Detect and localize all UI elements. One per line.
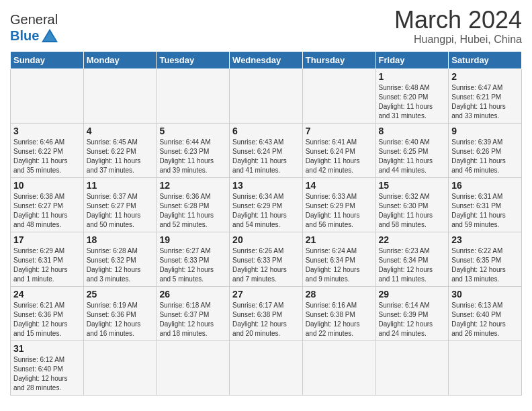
logo-icon — [40, 28, 59, 44]
day-info: Sunrise: 6:22 AM Sunset: 6:35 PM Dayligh… — [451, 246, 519, 284]
day-number: 3 — [13, 126, 81, 136]
calendar-cell — [11, 68, 84, 123]
location-title: Huangpi, Hubei, China — [394, 34, 522, 46]
day-info: Sunrise: 6:17 AM Sunset: 6:38 PM Dayligh… — [232, 301, 300, 338]
day-info: Sunrise: 6:36 AM Sunset: 6:28 PM Dayligh… — [159, 192, 226, 230]
day-number: 31 — [13, 343, 81, 354]
day-number: 20 — [232, 234, 300, 245]
calendar-cell — [157, 340, 230, 395]
calendar-cell: 19Sunrise: 6:27 AM Sunset: 6:33 PM Dayli… — [157, 232, 230, 286]
logo-blue: Blue — [10, 28, 39, 44]
calendar-cell: 28Sunrise: 6:16 AM Sunset: 6:38 PM Dayli… — [302, 286, 375, 340]
weekday-header: Tuesday — [157, 51, 230, 68]
day-info: Sunrise: 6:41 AM Sunset: 6:24 PM Dayligh… — [306, 138, 373, 175]
day-number: 23 — [451, 234, 519, 245]
day-info: Sunrise: 6:27 AM Sunset: 6:33 PM Dayligh… — [159, 246, 226, 284]
calendar-week-row: 17Sunrise: 6:29 AM Sunset: 6:31 PM Dayli… — [11, 232, 522, 286]
calendar-cell: 22Sunrise: 6:23 AM Sunset: 6:34 PM Dayli… — [375, 232, 449, 286]
day-number: 9 — [451, 126, 519, 136]
page-header: General Blue March 2024 Huangpi, Hubei, … — [10, 7, 522, 46]
calendar-cell: 26Sunrise: 6:18 AM Sunset: 6:37 PM Dayli… — [157, 286, 230, 340]
day-number: 8 — [379, 126, 446, 136]
day-number: 11 — [87, 180, 154, 191]
calendar-cell: 9Sunrise: 6:39 AM Sunset: 6:26 PM Daylig… — [449, 123, 522, 177]
day-info: Sunrise: 6:26 AM Sunset: 6:33 PM Dayligh… — [232, 246, 300, 284]
calendar-cell: 6Sunrise: 6:43 AM Sunset: 6:24 PM Daylig… — [230, 123, 303, 177]
weekday-header: Wednesday — [230, 51, 303, 68]
logo: General Blue — [10, 12, 59, 44]
calendar-cell: 16Sunrise: 6:31 AM Sunset: 6:31 PM Dayli… — [449, 177, 522, 232]
day-number: 4 — [87, 126, 154, 136]
calendar-cell: 14Sunrise: 6:33 AM Sunset: 6:29 PM Dayli… — [302, 177, 375, 232]
calendar-cell: 3Sunrise: 6:46 AM Sunset: 6:22 PM Daylig… — [11, 123, 84, 177]
day-number: 1 — [379, 71, 446, 82]
day-info: Sunrise: 6:24 AM Sunset: 6:34 PM Dayligh… — [306, 246, 373, 284]
day-number: 24 — [13, 289, 81, 300]
day-number: 17 — [13, 234, 81, 245]
day-number: 22 — [379, 234, 446, 245]
calendar-table: SundayMondayTuesdayWednesdayThursdayFrid… — [10, 51, 522, 396]
day-info: Sunrise: 6:45 AM Sunset: 6:22 PM Dayligh… — [87, 138, 154, 175]
calendar-cell: 23Sunrise: 6:22 AM Sunset: 6:35 PM Dayli… — [449, 232, 522, 286]
day-number: 25 — [87, 289, 154, 300]
day-info: Sunrise: 6:14 AM Sunset: 6:39 PM Dayligh… — [379, 301, 446, 338]
calendar-week-row: 10Sunrise: 6:38 AM Sunset: 6:27 PM Dayli… — [11, 177, 522, 232]
calendar-cell: 24Sunrise: 6:21 AM Sunset: 6:36 PM Dayli… — [11, 286, 84, 340]
calendar-cell: 18Sunrise: 6:28 AM Sunset: 6:32 PM Dayli… — [83, 232, 157, 286]
day-number: 29 — [379, 289, 446, 300]
calendar-cell: 4Sunrise: 6:45 AM Sunset: 6:22 PM Daylig… — [83, 123, 157, 177]
calendar-cell — [375, 340, 449, 395]
calendar-cell — [230, 68, 303, 123]
calendar-cell: 17Sunrise: 6:29 AM Sunset: 6:31 PM Dayli… — [11, 232, 84, 286]
day-number: 26 — [159, 289, 226, 300]
weekday-header: Thursday — [302, 51, 375, 68]
calendar-cell: 27Sunrise: 6:17 AM Sunset: 6:38 PM Dayli… — [230, 286, 303, 340]
day-info: Sunrise: 6:31 AM Sunset: 6:31 PM Dayligh… — [451, 192, 519, 230]
day-info: Sunrise: 6:48 AM Sunset: 6:20 PM Dayligh… — [379, 83, 446, 121]
weekday-header: Monday — [83, 51, 157, 68]
weekday-header: Sunday — [11, 51, 84, 68]
day-number: 16 — [451, 180, 519, 191]
day-number: 13 — [232, 180, 300, 191]
calendar-cell: 25Sunrise: 6:19 AM Sunset: 6:36 PM Dayli… — [83, 286, 157, 340]
day-info: Sunrise: 6:39 AM Sunset: 6:26 PM Dayligh… — [451, 138, 519, 175]
calendar-cell: 10Sunrise: 6:38 AM Sunset: 6:27 PM Dayli… — [11, 177, 84, 232]
calendar-cell: 5Sunrise: 6:44 AM Sunset: 6:23 PM Daylig… — [157, 123, 230, 177]
day-number: 18 — [87, 234, 154, 245]
day-info: Sunrise: 6:40 AM Sunset: 6:25 PM Dayligh… — [379, 138, 446, 175]
day-info: Sunrise: 6:34 AM Sunset: 6:29 PM Dayligh… — [232, 192, 300, 230]
day-number: 12 — [159, 180, 226, 191]
calendar-cell — [157, 68, 230, 123]
day-info: Sunrise: 6:38 AM Sunset: 6:27 PM Dayligh… — [13, 192, 81, 230]
day-info: Sunrise: 6:23 AM Sunset: 6:34 PM Dayligh… — [379, 246, 446, 284]
day-number: 7 — [306, 126, 373, 136]
calendar-cell: 20Sunrise: 6:26 AM Sunset: 6:33 PM Dayli… — [230, 232, 303, 286]
day-info: Sunrise: 6:19 AM Sunset: 6:36 PM Dayligh… — [87, 301, 154, 338]
day-info: Sunrise: 6:43 AM Sunset: 6:24 PM Dayligh… — [232, 138, 300, 175]
calendar-week-row: 31Sunrise: 6:12 AM Sunset: 6:40 PM Dayli… — [11, 340, 522, 395]
day-number: 27 — [232, 289, 300, 300]
day-info: Sunrise: 6:33 AM Sunset: 6:29 PM Dayligh… — [306, 192, 373, 230]
calendar-cell: 31Sunrise: 6:12 AM Sunset: 6:40 PM Dayli… — [11, 340, 84, 395]
calendar-header-row: SundayMondayTuesdayWednesdayThursdayFrid… — [11, 51, 522, 68]
calendar-week-row: 1Sunrise: 6:48 AM Sunset: 6:20 PM Daylig… — [11, 68, 522, 123]
calendar-cell: 12Sunrise: 6:36 AM Sunset: 6:28 PM Dayli… — [157, 177, 230, 232]
calendar-cell: 8Sunrise: 6:40 AM Sunset: 6:25 PM Daylig… — [375, 123, 449, 177]
calendar-cell: 15Sunrise: 6:32 AM Sunset: 6:30 PM Dayli… — [375, 177, 449, 232]
title-block: March 2024 Huangpi, Hubei, China — [394, 7, 522, 46]
day-number: 5 — [159, 126, 226, 136]
weekday-header: Saturday — [449, 51, 522, 68]
day-number: 28 — [306, 289, 373, 300]
month-title: March 2024 — [394, 7, 522, 34]
day-info: Sunrise: 6:29 AM Sunset: 6:31 PM Dayligh… — [13, 246, 81, 284]
calendar-cell — [302, 340, 375, 395]
day-info: Sunrise: 6:44 AM Sunset: 6:23 PM Dayligh… — [159, 138, 226, 175]
day-info: Sunrise: 6:46 AM Sunset: 6:22 PM Dayligh… — [13, 138, 81, 175]
day-number: 14 — [306, 180, 373, 191]
day-number: 6 — [232, 126, 300, 136]
calendar-cell — [230, 340, 303, 395]
day-number: 2 — [451, 71, 519, 82]
day-info: Sunrise: 6:28 AM Sunset: 6:32 PM Dayligh… — [87, 246, 154, 284]
day-info: Sunrise: 6:32 AM Sunset: 6:30 PM Dayligh… — [379, 192, 446, 230]
day-info: Sunrise: 6:16 AM Sunset: 6:38 PM Dayligh… — [306, 301, 373, 338]
